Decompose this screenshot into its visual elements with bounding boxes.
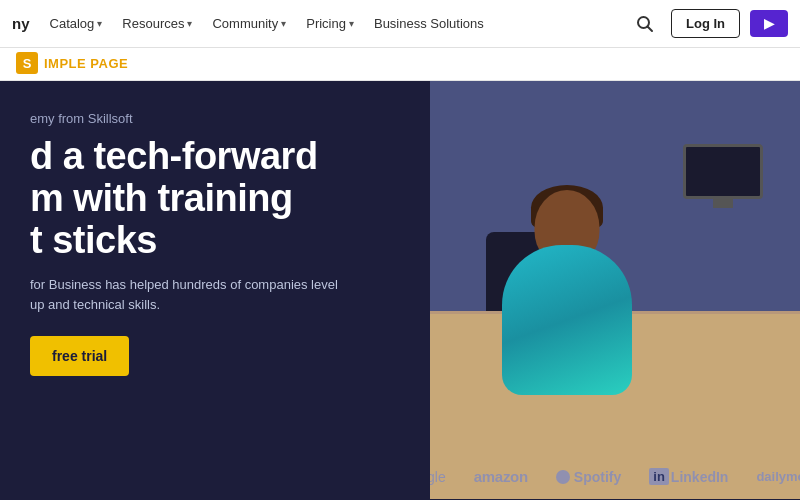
nav-catalog-label: Catalog <box>50 16 95 31</box>
nav-cta-icon: ▶ <box>764 16 774 31</box>
hero-title-line1: d a tech-forward <box>30 135 318 177</box>
nav-resources[interactable]: Resources ▾ <box>114 12 200 35</box>
login-button[interactable]: Log In <box>671 9 740 38</box>
hero-cta-button[interactable]: free trial <box>30 336 129 376</box>
hero-subtitle: emy from Skillsoft <box>30 111 410 126</box>
partner-logos: Google amazon Spotify in LinkedIn dailym… <box>430 468 800 485</box>
nav-community-label: Community <box>212 16 278 31</box>
hero-image: Google amazon Spotify in LinkedIn dailym… <box>430 81 800 499</box>
chevron-down-icon: ▾ <box>349 18 354 29</box>
hero-image-area: Google amazon Spotify in LinkedIn dailym… <box>430 81 800 499</box>
simplepage-icon: S <box>16 52 38 74</box>
nav-community[interactable]: Community ▾ <box>204 12 294 35</box>
simplepage-label: IMPLE PAGE <box>44 56 128 71</box>
navbar: ny Catalog ▾ Resources ▾ Community ▾ Pri… <box>0 0 800 48</box>
hero-title: d a tech-forward m with training t stick… <box>30 136 410 261</box>
google-logo: Google <box>430 469 446 485</box>
hero-title-line2: m with training <box>30 177 293 219</box>
hero-title-line3: t sticks <box>30 219 157 261</box>
nav-business-label: Business Solutions <box>374 16 484 31</box>
linkedin-logo: in LinkedIn <box>649 468 728 485</box>
hero-content: emy from Skillsoft d a tech-forward m wi… <box>0 81 430 499</box>
spotify-icon <box>556 470 570 484</box>
monitor <box>683 144 763 199</box>
svg-line-1 <box>648 26 653 31</box>
simple-page-banner: S IMPLE PAGE <box>0 48 800 81</box>
chevron-down-icon: ▾ <box>281 18 286 29</box>
chevron-down-icon: ▾ <box>187 18 192 29</box>
nav-cta-button[interactable]: ▶ <box>750 10 788 37</box>
chevron-down-icon: ▾ <box>97 18 102 29</box>
nav-pricing[interactable]: Pricing ▾ <box>298 12 362 35</box>
nav-brand[interactable]: ny <box>12 15 30 32</box>
spotify-logo: Spotify <box>556 469 621 485</box>
search-icon[interactable] <box>629 8 661 40</box>
dailymotion-logo: dailymotion <box>756 469 800 484</box>
amazon-logo: amazon <box>474 468 528 485</box>
nav-brand-text: ny <box>12 15 30 32</box>
nav-business[interactable]: Business Solutions <box>366 12 492 35</box>
person-figure <box>467 155 667 395</box>
nav-pricing-label: Pricing <box>306 16 346 31</box>
nav-catalog[interactable]: Catalog ▾ <box>42 12 111 35</box>
person-body <box>502 245 632 395</box>
hero-section: emy from Skillsoft d a tech-forward m wi… <box>0 81 800 499</box>
hero-description: for Business has helped hundreds of comp… <box>30 275 350 314</box>
nav-resources-label: Resources <box>122 16 184 31</box>
